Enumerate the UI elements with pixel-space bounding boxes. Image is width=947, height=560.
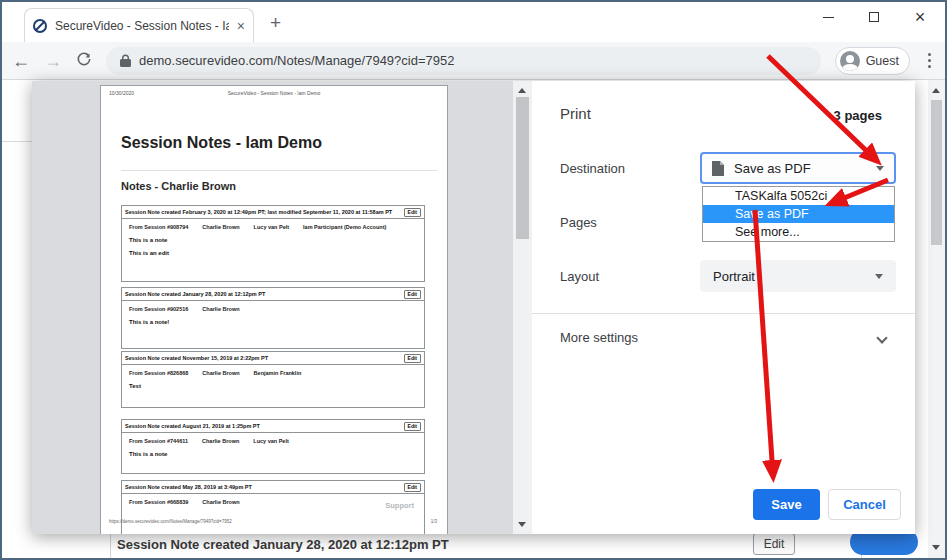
reload-icon[interactable] [76, 51, 92, 70]
tab-close-icon[interactable]: × [237, 19, 245, 33]
chevron-down-icon [876, 166, 884, 171]
note-edit-button: Edit [404, 208, 421, 217]
note-body: This is a note [122, 237, 424, 243]
scroll-down-icon[interactable] [518, 522, 526, 527]
destination-dropdown-menu: TASKalfa 5052ci Save as PDF See more... [702, 186, 895, 242]
back-icon[interactable]: ← [12, 52, 30, 70]
note-meta: From Session #826868 [129, 370, 188, 376]
support-label: Support [385, 501, 414, 510]
browser-toolbar: ← → demo.securevideo.com/Notes/Manage/79… [2, 42, 945, 80]
lock-icon [120, 54, 131, 68]
print-preview-page: 10/30/2020 SecureVideo - Session Notes -… [100, 85, 448, 534]
scroll-down-icon[interactable] [932, 545, 940, 550]
print-preview-pane: 10/30/2020 SecureVideo - Session Notes -… [32, 81, 513, 534]
preview-footer-url: https://demo.securevideo.com/Notes/Manag… [109, 519, 232, 524]
background-edit-button[interactable]: Edit [753, 533, 795, 555]
pages-label: Pages [560, 215, 597, 230]
preview-doc-title: Session Notes - Iam Demo [121, 134, 322, 152]
note-header: Session Note created November 15, 2019 a… [125, 355, 268, 361]
note-header: Session Note created May 28, 2019 at 3:4… [125, 484, 252, 490]
chevron-down-icon[interactable] [876, 332, 887, 343]
url-text: demo.securevideo.com/Notes/Manage/7949?c… [139, 53, 454, 68]
note-meta: Charlie Brown [202, 438, 239, 444]
title-rule [121, 170, 437, 171]
window-minimize-button[interactable] [805, 2, 851, 32]
browser-window: SecureVideo - Session Notes - Ia × + × ←… [0, 0, 947, 560]
note-meta: From Session #908794 [129, 224, 188, 230]
note-meta: Lucy van Pelt [254, 224, 289, 230]
new-tab-button[interactable]: + [270, 12, 281, 34]
note-meta: Charlie Brown [202, 370, 239, 376]
section-divider [532, 313, 915, 314]
page-divider [2, 141, 32, 142]
print-dialog: 10/30/2020 SecureVideo - Session Notes -… [32, 81, 915, 534]
menu-item-printer[interactable]: TASKalfa 5052ci [703, 187, 894, 205]
note-card: Session Note created January 28, 2020 at… [121, 287, 425, 349]
note-card: Session Note created February 3, 2020 at… [121, 205, 425, 282]
background-note-row: Session Note created January 28, 2020 at… [110, 531, 862, 560]
menu-item-see-more[interactable]: See more... [703, 223, 894, 241]
tab-title: SecureVideo - Session Notes - Ia [55, 19, 229, 33]
scrollbar-thumb[interactable] [931, 100, 942, 245]
note-card: Session Note created November 15, 2019 a… [121, 351, 425, 408]
print-settings-panel: Print 3 pages Destination Save as PDF TA… [532, 81, 915, 534]
preview-scrollbar[interactable] [513, 81, 532, 534]
chevron-down-icon [875, 274, 883, 279]
note-meta: From Session #744611 [129, 438, 188, 444]
note-body: This is a note! [122, 319, 424, 325]
page-count: 3 pages [834, 108, 882, 123]
note-meta: From Session #668839 [129, 499, 188, 505]
address-bar[interactable]: demo.securevideo.com/Notes/Manage/7949?c… [106, 47, 821, 75]
note-edit-button: Edit [404, 483, 421, 492]
save-button[interactable]: Save [753, 489, 820, 520]
note-body: This is an edit [122, 250, 424, 256]
note-edit-button: Edit [404, 290, 421, 299]
note-card: Session Note created August 21, 2019 at … [121, 419, 425, 474]
note-meta: Iam Participant (Demo Account) [303, 224, 386, 230]
browser-menu-icon[interactable] [924, 53, 935, 68]
note-meta: Charlie Brown [202, 499, 239, 505]
note-meta: Charlie Brown [202, 306, 239, 312]
note-edit-button: Edit [404, 354, 421, 363]
scroll-up-icon[interactable] [932, 88, 940, 93]
destination-value: Save as PDF [734, 161, 866, 176]
pdf-document-icon [712, 161, 724, 176]
window-maximize-button[interactable] [851, 2, 897, 32]
layout-select[interactable]: Portrait [700, 260, 896, 292]
preview-section-title: Notes - Charlie Brown [121, 180, 236, 192]
cancel-button[interactable]: Cancel [828, 489, 901, 520]
note-header: Session Note created August 21, 2019 at … [125, 423, 260, 429]
more-settings-toggle[interactable]: More settings [560, 330, 638, 345]
note-meta: Lucy van Pelt [253, 438, 288, 444]
note-meta: Charlie Brown [202, 224, 239, 230]
scroll-up-icon[interactable] [518, 88, 526, 93]
scrollbar-thumb[interactable] [516, 97, 529, 239]
destination-select[interactable]: Save as PDF [700, 152, 896, 184]
window-close-button[interactable]: × [897, 2, 943, 32]
note-header: Session Note created February 3, 2020 at… [125, 209, 392, 215]
profile-label: Guest [866, 54, 899, 68]
preview-header-title: SecureVideo - Session Notes - Iam Demo [101, 90, 447, 96]
menu-item-save-as-pdf[interactable]: Save as PDF [703, 205, 894, 223]
layout-value: Portrait [713, 269, 875, 284]
note-body: Test [122, 383, 424, 389]
note-body: This is a note [122, 451, 424, 457]
browser-tab[interactable]: SecureVideo - Session Notes - Ia × [24, 8, 254, 42]
page-scrollbar[interactable] [928, 80, 945, 558]
note-card: Session Note created May 28, 2019 at 3:4… [121, 480, 425, 534]
note-header: Session Note created January 28, 2020 at… [125, 291, 265, 297]
print-dialog-title: Print [560, 105, 591, 122]
layout-label: Layout [560, 269, 599, 284]
securevideo-favicon-icon [33, 19, 47, 33]
forward-icon: → [44, 52, 62, 70]
note-meta: Benjamin Franklin [254, 370, 302, 376]
titlebar: SecureVideo - Session Notes - Ia × + × [2, 2, 945, 42]
preview-footer-page: 1/3 [431, 519, 437, 524]
profile-button[interactable]: Guest [835, 47, 910, 75]
avatar-icon [840, 51, 860, 71]
note-meta: From Session #902516 [129, 306, 188, 312]
note-edit-button: Edit [404, 422, 421, 431]
destination-label: Destination [560, 161, 625, 176]
background-note-title: Session Note created January 28, 2020 at… [117, 537, 449, 552]
